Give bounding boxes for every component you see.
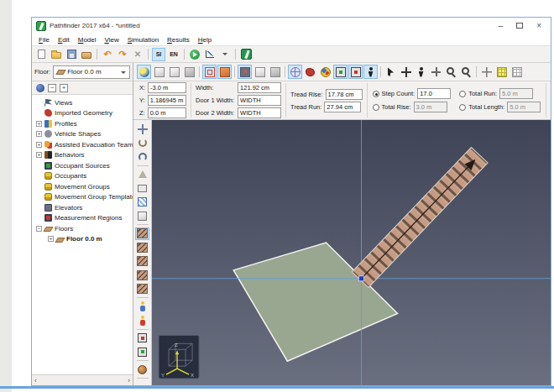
pan-tool-icon[interactable]: [399, 65, 413, 79]
show-results-icon[interactable]: [203, 48, 217, 61]
scroll-left-icon[interactable]: ‹: [34, 377, 37, 384]
measure-tool-icon[interactable]: [135, 381, 149, 386]
sidebar-item-elevators[interactable]: Elevators: [32, 202, 133, 213]
import-file-icon[interactable]: [80, 48, 93, 61]
wireframe-render-icon[interactable]: [202, 65, 217, 79]
expand-all-icon[interactable]: +: [60, 84, 68, 92]
move-tool-icon[interactable]: [429, 65, 443, 79]
run-simulation-icon[interactable]: [188, 48, 201, 61]
tread-rise-field[interactable]: [326, 89, 363, 100]
sidebar-item-occupant-sources[interactable]: Occupant Sources: [32, 160, 133, 171]
menu-edit[interactable]: Edit: [54, 35, 74, 44]
add-occupant-icon[interactable]: [135, 301, 149, 313]
add-landing-icon[interactable]: [135, 241, 149, 253]
new-file-icon[interactable]: [34, 48, 48, 61]
sidebar-item-floors[interactable]: −Floors: [32, 223, 133, 234]
tread-run-field[interactable]: [324, 102, 361, 112]
total-run-option[interactable]: Total Run:: [459, 88, 541, 99]
total-length-option[interactable]: Total Length:: [459, 102, 541, 112]
units-si-button[interactable]: SI: [152, 48, 165, 61]
menu-help[interactable]: Help: [194, 35, 216, 44]
show-imported-geometry-icon[interactable]: [303, 65, 317, 79]
sidebar-item-profiles[interactable]: +Profiles: [32, 118, 133, 129]
zoom-box-tool-icon[interactable]: [459, 65, 473, 79]
total-length-radio[interactable]: [459, 104, 466, 111]
step-count-field[interactable]: [417, 88, 451, 99]
total-rise-option[interactable]: Total Rise:: [373, 102, 452, 112]
show-floor-items-icon[interactable]: [238, 65, 252, 79]
sidebar-item-movement-group-templates[interactable]: Movement Group Templates: [32, 192, 133, 203]
zoom-tool-icon[interactable]: [444, 65, 458, 79]
width-field[interactable]: [238, 82, 281, 93]
sidebar-item-imported-geometry[interactable]: Imported Geometry: [32, 108, 133, 119]
sidebar-item-measurement-regions[interactable]: Measurement Regions: [32, 213, 133, 224]
title-bar[interactable]: Pathfinder 2017 x64 - *untitled – ×: [32, 18, 551, 34]
sidebar-item-movement-groups[interactable]: Movement Groups: [32, 181, 133, 192]
draw-solid-icon[interactable]: [135, 210, 149, 222]
viewport-3d[interactable]: Z X Y: [152, 120, 551, 385]
navigate-move-icon[interactable]: [135, 123, 149, 135]
floor-selector[interactable]: Floor 0.0 m: [53, 65, 130, 79]
menu-file[interactable]: File: [34, 35, 54, 44]
door2-width-field[interactable]: [238, 107, 281, 118]
snap-grid-icon[interactable]: [494, 65, 509, 79]
menu-view[interactable]: View: [101, 35, 123, 44]
menu-results[interactable]: Results: [163, 35, 194, 44]
units-en-button[interactable]: EN: [167, 48, 180, 61]
close-button[interactable]: ×: [536, 22, 541, 30]
snap-to-point-icon[interactable]: [479, 65, 494, 79]
z-field[interactable]: [148, 107, 186, 118]
solid-render-icon[interactable]: [217, 65, 232, 79]
orbit-tool-icon[interactable]: [135, 150, 149, 163]
add-elevator-icon[interactable]: [135, 363, 149, 376]
undo-icon[interactable]: ↶: [101, 48, 114, 61]
model-tree[interactable]: Views Imported Geometry +Profiles +Vehic…: [32, 95, 133, 374]
x-field[interactable]: [148, 82, 186, 93]
show-grid-icon[interactable]: [510, 65, 524, 79]
step-count-radio[interactable]: [373, 91, 379, 97]
open-file-icon[interactable]: [50, 48, 63, 61]
sidebar-item-occupants[interactable]: Occupants: [32, 171, 133, 182]
view-top-icon[interactable]: [167, 65, 181, 79]
add-occupant-group-icon[interactable]: [135, 314, 149, 327]
draw-floor-icon[interactable]: [135, 196, 149, 208]
total-rise-radio[interactable]: [373, 104, 379, 111]
menu-simulation[interactable]: Simulation: [123, 35, 163, 44]
save-file-icon[interactable]: [65, 48, 78, 61]
show-obstructions-icon[interactable]: [253, 65, 267, 79]
menu-model[interactable]: Model: [74, 35, 101, 44]
show-sources-icon[interactable]: [333, 65, 348, 79]
show-navmesh-icon[interactable]: [288, 65, 302, 79]
add-occupant-source-icon[interactable]: [135, 346, 149, 358]
scroll-right-icon[interactable]: ›: [128, 377, 130, 384]
add-stairs-icon[interactable]: [135, 227, 149, 240]
door1-width-field[interactable]: [238, 95, 281, 106]
add-escalator-icon[interactable]: [135, 269, 149, 281]
sidebar-item-vehicle-shapes[interactable]: +Vehicle Shapes: [32, 129, 133, 140]
sidebar-item-behaviors[interactable]: +Behaviors: [32, 150, 133, 161]
tree-navigate-icon[interactable]: [36, 84, 44, 92]
maximize-button[interactable]: [516, 23, 523, 29]
sidebar-item-views[interactable]: Views: [32, 97, 133, 108]
show-openings-icon[interactable]: [268, 65, 282, 79]
sidebar-item-floor-0[interactable]: +Floor 0.0 m: [32, 234, 133, 245]
results-dropdown-icon[interactable]: [218, 48, 232, 61]
sidebar-item-assisted-evacuation-teams[interactable]: +Assisted Evacuation Teams: [32, 139, 133, 150]
delete-icon[interactable]: ✕: [131, 48, 144, 61]
show-regions-icon[interactable]: [348, 65, 363, 79]
minimize-button[interactable]: –: [499, 22, 504, 30]
draw-rectangle-icon[interactable]: [135, 182, 149, 195]
select-tool-icon[interactable]: [384, 65, 398, 79]
add-ramp-icon[interactable]: [135, 255, 149, 268]
view-side-icon[interactable]: [182, 65, 196, 79]
show-occupants-icon[interactable]: [318, 65, 332, 79]
redo-icon[interactable]: ↷: [116, 48, 129, 61]
walk-tool-icon[interactable]: [414, 65, 428, 79]
orbit-view-icon[interactable]: [137, 65, 151, 79]
step-count-option[interactable]: Step Count:: [373, 88, 452, 99]
add-measurement-region-icon[interactable]: [135, 332, 149, 344]
collapse-all-icon[interactable]: −: [48, 84, 56, 92]
show-paths-icon[interactable]: [363, 65, 378, 79]
rotate-view-icon[interactable]: [135, 137, 149, 149]
y-field[interactable]: [148, 95, 186, 106]
